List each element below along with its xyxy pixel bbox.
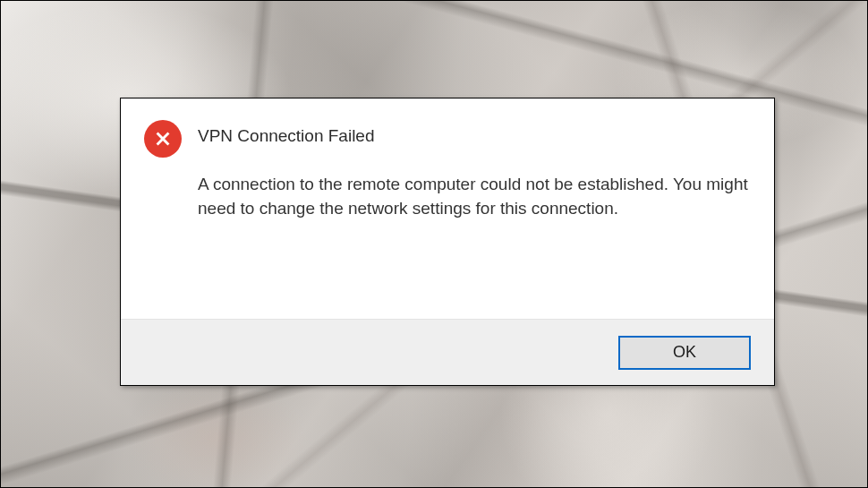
ok-button[interactable]: OK — [618, 336, 751, 370]
dialog-icon-wrap — [144, 118, 182, 301]
dialog-text: VPN Connection Failed A connection to th… — [198, 118, 749, 301]
dialog-title: VPN Connection Failed — [198, 124, 749, 149]
dialog-message: A connection to the remote computer coul… — [198, 172, 749, 221]
error-dialog: VPN Connection Failed A connection to th… — [120, 98, 775, 386]
error-x-icon — [144, 120, 182, 158]
dialog-footer: OK — [121, 319, 774, 385]
dialog-body: VPN Connection Failed A connection to th… — [121, 98, 774, 319]
